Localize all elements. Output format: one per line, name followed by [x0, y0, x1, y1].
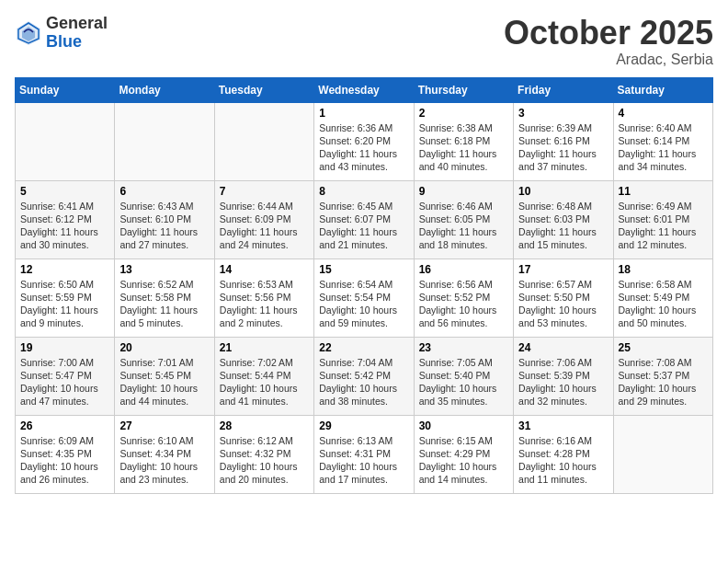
day-info: Sunrise: 6:12 AM Sunset: 4:32 PM Dayligh… — [220, 434, 309, 487]
day-info: Sunrise: 6:13 AM Sunset: 4:31 PM Dayligh… — [319, 434, 408, 487]
day-number: 10 — [518, 185, 608, 198]
sunrise-text: Sunrise: 6:58 AM — [619, 279, 692, 290]
calendar-cell: 22 Sunrise: 7:04 AM Sunset: 5:42 PM Dayl… — [314, 337, 414, 415]
calendar-cell — [613, 415, 712, 493]
sunrise-text: Sunrise: 6:13 AM — [319, 435, 392, 446]
daylight-text: Daylight: 11 hours and 2 minutes. — [220, 304, 298, 328]
sunset-text: Sunset: 5:40 PM — [419, 370, 491, 381]
day-number: 27 — [119, 419, 209, 432]
day-info: Sunrise: 6:46 AM Sunset: 6:05 PM Dayligh… — [419, 200, 508, 252]
day-info: Sunrise: 7:04 AM Sunset: 5:42 PM Dayligh… — [319, 356, 408, 408]
sunset-text: Sunset: 5:47 PM — [20, 370, 92, 381]
day-number: 6 — [119, 185, 209, 198]
day-number: 23 — [419, 341, 508, 354]
calendar-week-row: 12 Sunrise: 6:50 AM Sunset: 5:59 PM Dayl… — [16, 259, 713, 337]
sunset-text: Sunset: 4:28 PM — [518, 448, 590, 459]
sunrise-text: Sunrise: 6:46 AM — [419, 201, 493, 212]
sunset-text: Sunset: 5:54 PM — [319, 292, 391, 303]
location: Aradac, Serbia — [504, 52, 713, 68]
logo-blue: Blue — [46, 33, 108, 52]
day-info: Sunrise: 7:00 AM Sunset: 5:47 PM Dayligh… — [20, 356, 109, 408]
day-info: Sunrise: 6:09 AM Sunset: 4:35 PM Dayligh… — [20, 434, 109, 487]
sunset-text: Sunset: 5:39 PM — [518, 370, 590, 381]
sunrise-text: Sunrise: 6:36 AM — [319, 122, 392, 133]
day-info: Sunrise: 6:36 AM Sunset: 6:20 PM Dayligh… — [319, 121, 408, 174]
daylight-text: Daylight: 10 hours and 59 minutes. — [319, 304, 397, 328]
day-info: Sunrise: 6:10 AM Sunset: 4:34 PM Dayligh… — [119, 434, 209, 487]
sunset-text: Sunset: 6:14 PM — [619, 135, 690, 146]
day-number: 29 — [319, 419, 408, 432]
day-info: Sunrise: 7:06 AM Sunset: 5:39 PM Dayligh… — [518, 356, 608, 408]
sunset-text: Sunset: 6:05 PM — [419, 213, 491, 224]
sunrise-text: Sunrise: 6:38 AM — [419, 122, 493, 133]
day-info: Sunrise: 6:41 AM Sunset: 6:12 PM Dayligh… — [20, 200, 109, 252]
calendar-cell — [16, 102, 115, 180]
calendar-week-row: 19 Sunrise: 7:00 AM Sunset: 5:47 PM Dayl… — [16, 337, 713, 415]
calendar-cell: 31 Sunrise: 6:16 AM Sunset: 4:28 PM Dayl… — [514, 415, 613, 493]
daylight-text: Daylight: 11 hours and 24 minutes. — [220, 226, 298, 250]
day-number: 11 — [619, 185, 708, 198]
day-info: Sunrise: 6:15 AM Sunset: 4:29 PM Dayligh… — [419, 434, 508, 487]
calendar-cell: 16 Sunrise: 6:56 AM Sunset: 5:52 PM Dayl… — [414, 259, 513, 337]
day-number: 1 — [319, 107, 408, 120]
day-number: 20 — [119, 341, 209, 354]
calendar-cell: 8 Sunrise: 6:45 AM Sunset: 6:07 PM Dayli… — [314, 180, 414, 259]
sunset-text: Sunset: 6:18 PM — [419, 135, 491, 146]
calendar-cell: 27 Sunrise: 6:10 AM Sunset: 4:34 PM Dayl… — [115, 415, 214, 493]
calendar-cell — [115, 102, 214, 180]
day-number: 31 — [518, 419, 608, 432]
calendar-cell: 28 Sunrise: 6:12 AM Sunset: 4:32 PM Dayl… — [214, 415, 313, 493]
calendar-cell: 1 Sunrise: 6:36 AM Sunset: 6:20 PM Dayli… — [314, 102, 414, 180]
day-number: 9 — [419, 185, 508, 198]
logo-general: General — [46, 15, 108, 33]
day-info: Sunrise: 7:08 AM Sunset: 5:37 PM Dayligh… — [619, 356, 708, 408]
sunrise-text: Sunrise: 6:43 AM — [119, 201, 193, 212]
sunset-text: Sunset: 5:37 PM — [619, 370, 690, 381]
day-number: 25 — [619, 341, 708, 354]
sunrise-text: Sunrise: 6:56 AM — [419, 279, 493, 290]
calendar-cell: 13 Sunrise: 6:52 AM Sunset: 5:58 PM Dayl… — [115, 259, 214, 337]
logo-text: General Blue — [46, 15, 108, 52]
sunrise-text: Sunrise: 6:49 AM — [619, 201, 692, 212]
sunrise-text: Sunrise: 6:44 AM — [220, 201, 293, 212]
daylight-text: Daylight: 10 hours and 35 minutes. — [419, 383, 497, 407]
day-info: Sunrise: 6:38 AM Sunset: 6:18 PM Dayligh… — [419, 121, 508, 174]
daylight-text: Daylight: 11 hours and 9 minutes. — [20, 304, 98, 328]
calendar-cell: 2 Sunrise: 6:38 AM Sunset: 6:18 PM Dayli… — [414, 102, 513, 180]
calendar-cell: 6 Sunrise: 6:43 AM Sunset: 6:10 PM Dayli… — [115, 180, 214, 259]
sunrise-text: Sunrise: 6:41 AM — [20, 201, 94, 212]
sunset-text: Sunset: 6:03 PM — [518, 213, 590, 224]
calendar-cell: 10 Sunrise: 6:48 AM Sunset: 6:03 PM Dayl… — [514, 180, 613, 259]
day-info: Sunrise: 6:58 AM Sunset: 5:49 PM Dayligh… — [619, 278, 708, 330]
day-info: Sunrise: 6:53 AM Sunset: 5:56 PM Dayligh… — [220, 278, 309, 330]
day-info: Sunrise: 6:43 AM Sunset: 6:10 PM Dayligh… — [119, 200, 209, 252]
daylight-text: Daylight: 11 hours and 15 minutes. — [518, 226, 597, 250]
weekday-header: Monday — [115, 77, 214, 102]
day-number: 3 — [518, 107, 608, 120]
day-info: Sunrise: 6:52 AM Sunset: 5:58 PM Dayligh… — [119, 278, 209, 330]
sunrise-text: Sunrise: 6:10 AM — [119, 435, 193, 446]
day-info: Sunrise: 6:56 AM Sunset: 5:52 PM Dayligh… — [419, 278, 508, 330]
sunset-text: Sunset: 5:42 PM — [319, 370, 391, 381]
daylight-text: Daylight: 11 hours and 37 minutes. — [518, 148, 597, 172]
day-info: Sunrise: 6:16 AM Sunset: 4:28 PM Dayligh… — [518, 434, 608, 487]
calendar-cell: 17 Sunrise: 6:57 AM Sunset: 5:50 PM Dayl… — [514, 259, 613, 337]
sunrise-text: Sunrise: 7:05 AM — [419, 357, 493, 368]
day-info: Sunrise: 7:05 AM Sunset: 5:40 PM Dayligh… — [419, 356, 508, 408]
day-number: 19 — [20, 341, 109, 354]
day-number: 24 — [518, 341, 608, 354]
weekday-header: Tuesday — [214, 77, 313, 102]
sunrise-text: Sunrise: 6:09 AM — [20, 435, 94, 446]
calendar-cell: 9 Sunrise: 6:46 AM Sunset: 6:05 PM Dayli… — [414, 180, 513, 259]
daylight-text: Daylight: 10 hours and 32 minutes. — [518, 383, 597, 407]
day-info: Sunrise: 6:44 AM Sunset: 6:09 PM Dayligh… — [220, 200, 309, 252]
calendar-cell: 11 Sunrise: 6:49 AM Sunset: 6:01 PM Dayl… — [613, 180, 712, 259]
sunrise-text: Sunrise: 6:57 AM — [518, 279, 592, 290]
day-number: 16 — [419, 263, 508, 276]
day-info: Sunrise: 6:40 AM Sunset: 6:14 PM Dayligh… — [619, 121, 708, 174]
title-block: October 2025 Aradac, Serbia — [504, 15, 713, 68]
sunset-text: Sunset: 6:20 PM — [319, 135, 391, 146]
day-number: 26 — [20, 419, 109, 432]
sunrise-text: Sunrise: 6:39 AM — [518, 122, 592, 133]
logo: General Blue — [15, 15, 108, 52]
